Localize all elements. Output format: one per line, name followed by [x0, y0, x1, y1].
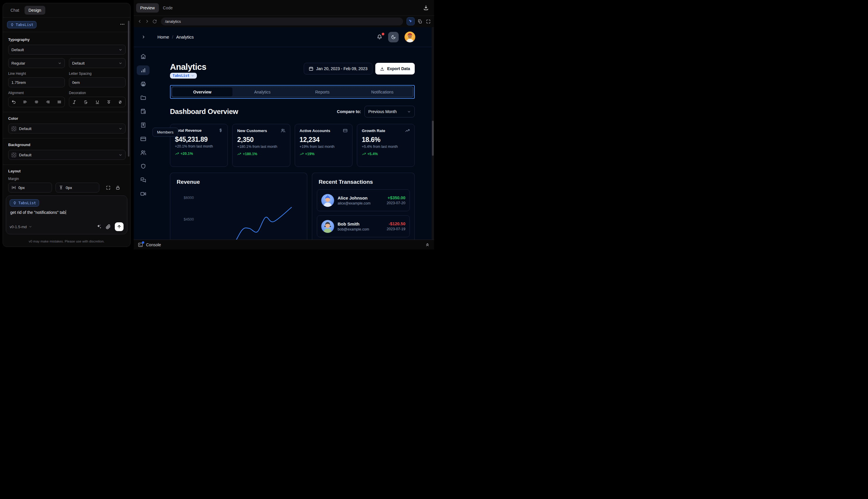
- margin-x-field[interactable]: 0px: [8, 183, 52, 193]
- model-select[interactable]: v0-1.5-md: [10, 225, 32, 229]
- tab-notifications[interactable]: Notifications: [352, 87, 413, 96]
- trending-up-icon: [300, 152, 304, 156]
- dollar-icon: [219, 128, 223, 133]
- align-left-icon[interactable]: [23, 100, 27, 104]
- transaction-name: Bob Smith: [338, 221, 369, 227]
- avatar: [321, 194, 334, 207]
- align-right-icon[interactable]: [46, 100, 50, 104]
- breadcrumb-home[interactable]: Home: [158, 35, 169, 39]
- expand-margin-button[interactable]: [105, 185, 111, 191]
- prompt-component-chip[interactable]: TabsList: [10, 199, 39, 207]
- sidebar-item-cards[interactable]: [137, 134, 150, 144]
- tab-design[interactable]: Design: [25, 6, 46, 15]
- chevron-down-icon: [58, 61, 62, 65]
- more-options-button[interactable]: [119, 21, 126, 29]
- sidebar-item-video[interactable]: [137, 189, 150, 199]
- sidebar-item-analytics[interactable]: [137, 65, 150, 75]
- sidebar-item-home[interactable]: [137, 52, 150, 61]
- stat-cards: Total Revenue $45,231.89 +20.1% from las…: [170, 124, 415, 167]
- color-select[interactable]: Default: [8, 124, 126, 134]
- console-bar[interactable]: Console: [134, 240, 434, 250]
- printer-icon: [140, 81, 146, 87]
- align-justify-icon[interactable]: [57, 100, 62, 104]
- strikethrough-icon[interactable]: [84, 100, 88, 104]
- bar-chart-icon: [140, 67, 146, 73]
- transaction-row[interactable]: Alice Johnson alice@example.com +$350.00…: [317, 189, 410, 211]
- date-range-button[interactable]: Jan 20, 2023 - Feb 09, 2023: [304, 63, 373, 74]
- diamond-icon: [10, 23, 14, 27]
- margin-y-field[interactable]: 0px: [55, 183, 99, 193]
- sidebar-item-members[interactable]: [137, 148, 150, 157]
- wallet-icon: [140, 108, 146, 114]
- chevrons-up-icon[interactable]: [425, 242, 430, 247]
- selected-component-pill[interactable]: TabsList: [170, 73, 197, 78]
- compare-select[interactable]: Previous Month: [364, 106, 415, 118]
- sidebar-item-receipts[interactable]: [137, 120, 150, 130]
- layout-heading: Layout: [8, 169, 126, 173]
- forward-button[interactable]: [144, 19, 150, 24]
- sidebar-expand-icon[interactable]: [141, 35, 146, 39]
- attachment-icon[interactable]: [106, 224, 111, 229]
- margin-label: Margin: [8, 177, 126, 181]
- tab-analytics[interactable]: Analytics: [233, 87, 293, 96]
- letter-spacing-input[interactable]: [69, 77, 126, 87]
- url-bar[interactable]: /analytics: [161, 17, 403, 25]
- no-decoration-icon[interactable]: [118, 100, 122, 104]
- send-button[interactable]: [115, 222, 124, 231]
- enhance-prompt-icon[interactable]: [96, 224, 102, 229]
- reset-alignment-icon[interactable]: [11, 100, 16, 104]
- terminal-icon: [138, 242, 143, 247]
- chevron-down-icon: [119, 48, 122, 52]
- sidebar-item-files[interactable]: [137, 93, 150, 102]
- line-height-input[interactable]: [8, 77, 65, 87]
- prompt-box: TabsList get rid of the "notifications" …: [6, 195, 127, 234]
- margin-x-icon: [11, 185, 16, 190]
- sidebar-item-security[interactable]: [137, 161, 150, 171]
- preview-tab-bar: Preview Code: [134, 0, 434, 16]
- refresh-button[interactable]: [152, 19, 158, 24]
- tab-code[interactable]: Code: [159, 3, 177, 13]
- tab-preview[interactable]: Preview: [136, 3, 159, 13]
- tab-reports[interactable]: Reports: [292, 87, 352, 96]
- component-chip[interactable]: TabsList: [7, 21, 37, 28]
- sidebar-item-printer[interactable]: [137, 79, 150, 89]
- users-icon: [140, 149, 146, 156]
- theme-toggle-button[interactable]: [388, 32, 399, 42]
- sidebar-item-wallet[interactable]: [137, 107, 150, 116]
- trending-up-icon: [405, 128, 410, 133]
- fullscreen-icon[interactable]: [425, 18, 432, 25]
- users-icon: [281, 128, 285, 133]
- copy-icon[interactable]: [417, 18, 423, 25]
- transaction-row[interactable]: Bob Smith bob@example.com -$120.50 2023-…: [317, 215, 410, 237]
- prompt-input[interactable]: get rid of the "notifications" tab: [10, 210, 123, 215]
- font-size-select[interactable]: Default: [69, 58, 126, 68]
- font-family-select[interactable]: Default: [8, 45, 126, 54]
- lock-margin-button[interactable]: [115, 185, 121, 191]
- tab-chat[interactable]: Chat: [7, 6, 23, 15]
- tab-overview[interactable]: Overview: [172, 87, 233, 96]
- stat-subtext: +180.1% from last month: [237, 145, 285, 149]
- panel-scrollbar[interactable]: [128, 21, 129, 157]
- chevron-down-icon: [119, 127, 122, 131]
- inspect-pointer-button[interactable]: [407, 17, 415, 25]
- preview-scrollbar[interactable]: [432, 27, 434, 240]
- compare-label: Compare to:: [337, 109, 361, 114]
- notifications-bell-icon[interactable]: [377, 34, 382, 40]
- align-center-icon[interactable]: [34, 100, 39, 104]
- avatar: [321, 220, 334, 233]
- sidebar-item-messages[interactable]: [137, 175, 150, 185]
- download-icon[interactable]: [423, 5, 429, 11]
- background-select[interactable]: Default: [8, 150, 126, 160]
- color-heading: Color: [8, 116, 126, 121]
- underline-icon[interactable]: [95, 100, 100, 104]
- home-icon: [140, 53, 146, 60]
- back-button[interactable]: [137, 19, 142, 24]
- transaction-date: 2023-07-19: [387, 227, 405, 231]
- credit-card-icon: [140, 136, 146, 142]
- scrollbar-thumb[interactable]: [432, 121, 434, 156]
- italic-icon[interactable]: [72, 100, 76, 104]
- user-avatar[interactable]: [405, 32, 415, 42]
- overline-icon[interactable]: [107, 100, 111, 104]
- font-weight-select[interactable]: Regular: [8, 58, 65, 68]
- export-data-button[interactable]: Export Data: [375, 63, 415, 74]
